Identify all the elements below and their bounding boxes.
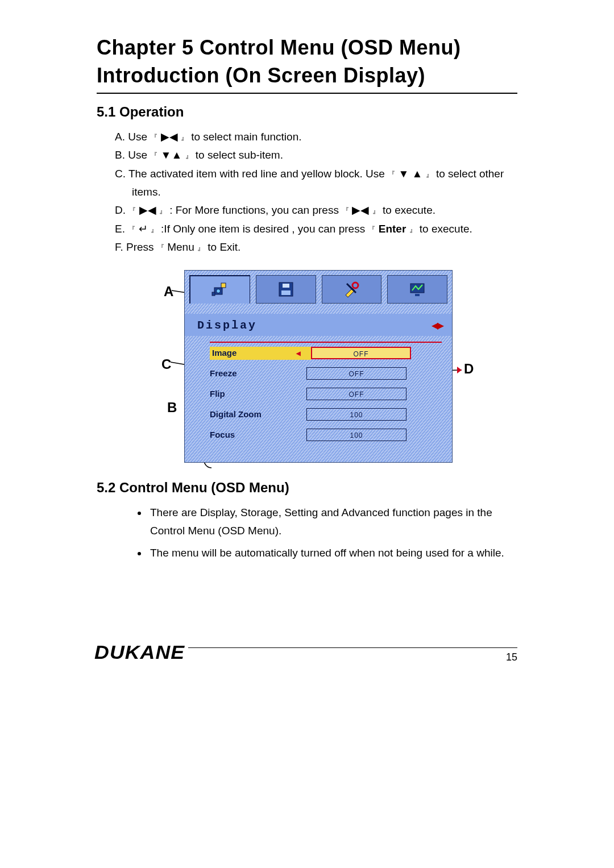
floppy-icon [276, 279, 296, 300]
svg-rect-11 [283, 284, 289, 288]
callout-d: D [464, 361, 474, 377]
osd-tab-advanced[interactable] [387, 275, 447, 304]
svg-rect-9 [212, 292, 215, 296]
svg-point-13 [352, 283, 358, 288]
svg-marker-4 [457, 367, 462, 373]
osd-item-freeze[interactable]: Freeze OFF [210, 363, 442, 384]
osd-item-focus-value: 100 [306, 429, 406, 441]
instruction-b: B. Use 『 ▼▲ 』 to select sub-item. [115, 146, 517, 164]
section-52-heading: 5.2 Control Menu (OSD Menu) [97, 480, 517, 496]
osd-item-flip[interactable]: Flip OFF [210, 384, 442, 404]
title-rule [97, 93, 517, 94]
instruction-c: C. The activated item with red line and … [115, 165, 517, 202]
callout-c: C [161, 356, 171, 372]
osd-panel: Display ◀▶ Image ◀ OFF Freeze OFF Fl [184, 270, 453, 463]
bullet-2: The menu will be automatically turned of… [148, 544, 517, 562]
section-51-heading: 5.1 Operation [97, 104, 517, 120]
osd-item-freeze-value: OFF [306, 367, 406, 380]
osd-tab-row [185, 271, 452, 314]
chapter-title: Chapter 5 Control Menu (OSD Menu) Introd… [97, 34, 517, 89]
svg-rect-12 [281, 290, 291, 295]
svg-rect-16 [415, 294, 420, 296]
svg-point-8 [216, 289, 220, 293]
instruction-f: F. Press 『 Menu 』 to Exit. [115, 238, 517, 256]
camera-icon [210, 280, 230, 300]
operation-instructions: A. Use 『 ▶◀ 』 to select main function. B… [97, 128, 517, 256]
osd-tab-storage[interactable] [256, 275, 316, 304]
osd-item-image[interactable]: Image ◀ OFF [210, 342, 442, 363]
osd-figure: A C B D [154, 270, 483, 463]
brand-logo: DUKANE [94, 641, 188, 663]
instruction-d: D. 『 ▶◀ 』 : For More functions, you can … [115, 201, 517, 219]
instruction-a: A. Use 『 ▶◀ 』 to select main function. [115, 128, 517, 146]
osd-item-digital-zoom[interactable]: Digital Zoom 100 [210, 404, 442, 425]
page-footer: DUKANE 15 [97, 647, 517, 663]
osd-item-focus[interactable]: Focus 100 [210, 425, 442, 445]
monitor-icon [407, 279, 428, 300]
svg-rect-7 [221, 283, 226, 288]
page-number: 15 [506, 649, 517, 663]
callout-b: B [167, 400, 177, 416]
chapter-title-line1: Chapter 5 Control Menu (OSD Menu) [97, 36, 461, 59]
osd-body: Image ◀ OFF Freeze OFF Flip OFF Digital … [185, 336, 452, 462]
left-right-indicator-icon: ◀▶ [432, 318, 443, 333]
chapter-title-line2: Introduction (On Screen Display) [97, 64, 425, 87]
osd-item-image-value: OFF [311, 347, 411, 359]
osd-tab-display[interactable] [189, 275, 250, 304]
bullet-1: There are Display, Storage, Setting and … [148, 504, 517, 539]
callout-a: A [164, 284, 173, 300]
instruction-e: E. 『 ↵ 』 :If Only one item is desired , … [115, 220, 517, 238]
osd-tab-setting[interactable] [322, 275, 382, 304]
section-52-bullets: There are Display, Storage, Setting and … [97, 504, 517, 562]
osd-section-header: Display ◀▶ [185, 314, 452, 336]
osd-item-digital-zoom-value: 100 [306, 408, 406, 421]
tools-icon [341, 279, 362, 300]
osd-item-flip-value: OFF [306, 388, 406, 400]
left-arrow-icon: ◀ [296, 348, 301, 358]
osd-section-label: Display [197, 319, 257, 332]
